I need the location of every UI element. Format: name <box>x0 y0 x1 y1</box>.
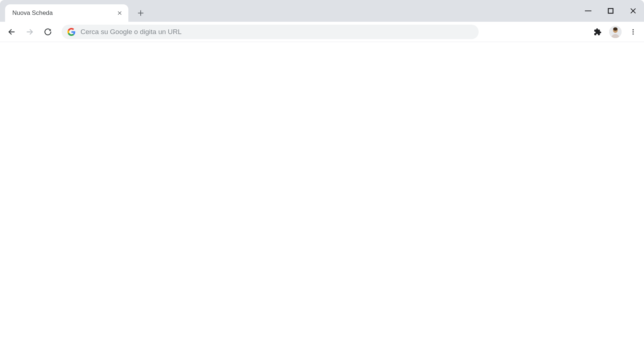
close-icon <box>630 8 636 14</box>
back-button[interactable] <box>4 25 19 39</box>
avatar-icon <box>609 26 622 38</box>
address-search-input[interactable] <box>80 28 473 36</box>
reload-button[interactable] <box>41 25 55 39</box>
reload-icon <box>44 28 52 36</box>
window-controls <box>580 0 641 22</box>
tab-strip: Nuova Scheda <box>0 0 644 22</box>
omnibox[interactable] <box>62 25 479 39</box>
main-menu-button[interactable] <box>627 25 640 38</box>
profile-avatar-button[interactable] <box>609 26 622 38</box>
close-icon <box>117 11 122 16</box>
svg-rect-4 <box>585 11 591 11</box>
forward-button[interactable] <box>22 25 37 39</box>
tab-title: Nuova Scheda <box>12 9 116 17</box>
svg-point-12 <box>613 27 618 30</box>
plus-icon <box>137 9 144 17</box>
svg-rect-5 <box>608 9 613 13</box>
browser-window: Nuova Scheda <box>0 0 644 352</box>
svg-point-15 <box>632 33 633 34</box>
toolbar <box>0 22 644 42</box>
google-g-icon <box>67 28 75 36</box>
more-vertical-icon <box>629 28 637 36</box>
arrow-right-icon <box>26 28 34 36</box>
browser-tab[interactable]: Nuova Scheda <box>5 4 128 22</box>
maximize-window-button[interactable] <box>603 3 619 19</box>
close-tab-button[interactable] <box>116 9 123 17</box>
maximize-icon <box>608 8 614 14</box>
svg-point-14 <box>632 31 633 32</box>
puzzle-piece-icon <box>594 28 602 36</box>
minimize-window-button[interactable] <box>580 3 596 19</box>
page-content <box>0 42 644 352</box>
new-tab-button[interactable] <box>133 6 148 20</box>
svg-point-13 <box>632 29 633 30</box>
arrow-left-icon <box>8 28 16 36</box>
toolbar-right <box>591 25 640 38</box>
close-window-button[interactable] <box>625 3 641 19</box>
extensions-button[interactable] <box>591 25 604 38</box>
minimize-icon <box>585 11 591 11</box>
